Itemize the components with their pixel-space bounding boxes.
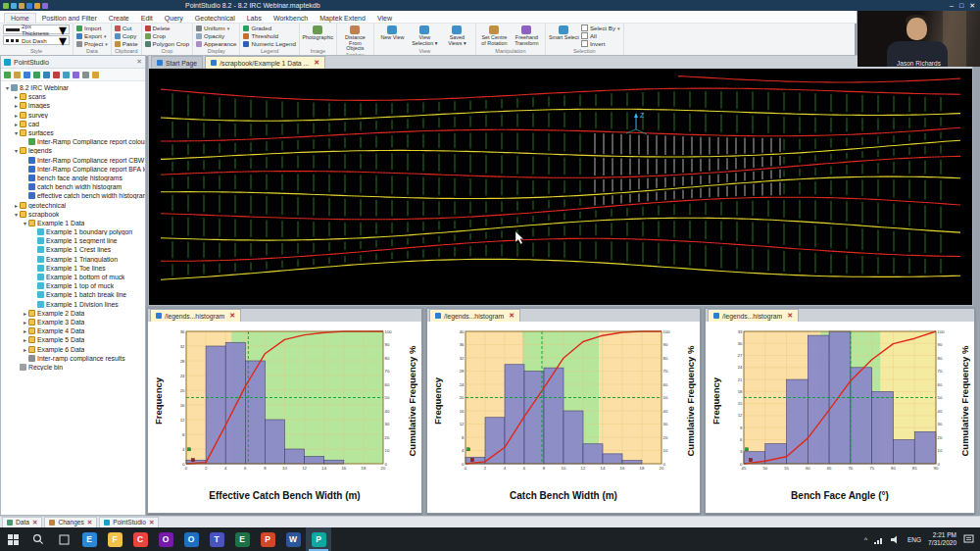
invert-option[interactable]: Invert (581, 40, 620, 47)
add-icon[interactable] (4, 72, 11, 78)
ribbon-tab-workbench[interactable]: Workbench (268, 14, 314, 23)
viewport-canvas[interactable]: Z (149, 69, 972, 305)
line-style-select[interactable]: Dot Dash▾ (3, 35, 70, 45)
delete-button[interactable]: Delete (145, 25, 190, 31)
tree-item[interactable]: Example 1 Toe lines (1, 264, 145, 273)
tree-item[interactable]: ▸images (1, 101, 145, 110)
paste-button[interactable]: Paste (115, 40, 138, 47)
tree-item[interactable]: ▸Example 4 Data (1, 326, 145, 335)
ribbon-tab-edit[interactable]: Edit (135, 14, 159, 23)
uniform-button[interactable]: Uniform▾ (196, 25, 236, 31)
tree-item[interactable]: ▸Example 5 Data (1, 335, 145, 344)
tree-expander[interactable]: ▸ (22, 327, 28, 334)
taskbar-icon-word[interactable]: W (280, 527, 306, 551)
maptek-logo-icon[interactable] (3, 3, 9, 9)
ribbon-tab-position-and-filter[interactable]: Position and Filter (36, 14, 103, 23)
histogram-tab[interactable]: /legends...histogram✕ (150, 309, 241, 322)
start-button[interactable] (0, 527, 25, 551)
view-selection-button[interactable]: View Selection ▾ (410, 25, 440, 46)
tree-expander[interactable]: ▸ (13, 202, 20, 209)
crop-button[interactable]: Crop (145, 32, 190, 39)
ribbon-tab-geotechnical[interactable]: Geotechnical (189, 14, 241, 23)
tree-item[interactable]: ▾legends (1, 146, 145, 155)
appearance-button[interactable]: Appearance (196, 40, 236, 47)
tree-item[interactable]: ▸Example 3 Data (1, 318, 145, 326)
threshold-button[interactable]: Threshold (243, 32, 295, 39)
taskbar-icon-teams[interactable]: T (204, 527, 229, 551)
tree-item[interactable]: Recycle bin (1, 363, 145, 372)
freehand-transform-button[interactable]: Freehand Transform (512, 25, 542, 46)
close-icon[interactable]: ✕ (509, 312, 514, 320)
tree-item[interactable]: Example 1 Crest lines (1, 245, 145, 254)
taskbar-icon-outlook[interactable]: O (178, 527, 204, 551)
import-icon[interactable] (33, 72, 40, 78)
save-icon[interactable] (24, 72, 30, 78)
tree-expander[interactable]: ▾ (13, 147, 20, 154)
tree-item[interactable]: Example 1 bottom of muck (1, 273, 145, 281)
viewport-tab-scrapbook-example-1-data[interactable]: /scrapbook/Example 1 Data ...✕ (205, 56, 325, 69)
cut-button[interactable]: Cut (115, 25, 138, 31)
ribbon-tab-labs[interactable]: Labs (241, 14, 268, 23)
tree-item[interactable]: ▸scans (1, 92, 145, 101)
help-icon[interactable] (92, 72, 99, 78)
graded-button[interactable]: Graded (243, 25, 295, 31)
tree-item[interactable]: ▸Example 6 Data (1, 344, 145, 353)
properties-icon[interactable] (82, 72, 89, 78)
project-button[interactable]: Project▾ (76, 40, 108, 47)
volume-icon[interactable] (891, 530, 901, 548)
close-icon[interactable]: ✕ (149, 519, 154, 526)
minimize-button[interactable]: – (950, 0, 954, 11)
tree-expander[interactable]: ▸ (22, 346, 28, 353)
tree-item[interactable]: ▾scrapbook (1, 210, 145, 219)
tree-item[interactable]: bench face angle histograms (1, 174, 145, 182)
tree-item[interactable]: effective catch bench width histogram (1, 191, 145, 200)
tree-expander[interactable]: ▸ (22, 336, 28, 343)
panel-tab-changes[interactable]: Changes✕ (44, 517, 97, 528)
refresh-icon[interactable] (63, 72, 70, 78)
tree-item[interactable]: Example 1 boundary polygon (1, 227, 145, 236)
tree-expander[interactable]: ▾ (13, 211, 20, 218)
ribbon-tab-create[interactable]: Create (103, 14, 135, 23)
smart-select-button[interactable]: Smart Select (549, 25, 579, 47)
tree-item[interactable]: Example 1 segment line (1, 236, 145, 245)
polygon-crop-button[interactable]: Polygon Crop (145, 40, 190, 47)
tree-item[interactable]: ▸survey (1, 111, 145, 120)
tree-item[interactable]: ▸cad (1, 120, 145, 128)
ribbon-tab-query[interactable]: Query (159, 14, 189, 23)
tree-item[interactable]: Example 1 Triangulation (1, 255, 145, 264)
opacity-button[interactable]: Opacity (196, 32, 236, 39)
ribbon-tab-view[interactable]: View (371, 14, 398, 23)
tree-item[interactable]: Inter-Ramp Compliance report CBW legend (1, 156, 145, 165)
tree-item[interactable]: ▾surfaces (1, 128, 145, 137)
ribbon-tab-maptek-extend[interactable]: Maptek Extend (314, 14, 371, 23)
network-icon[interactable] (874, 530, 884, 548)
taskbar-icon-folder[interactable]: F (102, 527, 127, 551)
action-center-icon[interactable] (963, 530, 974, 548)
tree-expander[interactable]: ▸ (13, 121, 20, 127)
maximize-button[interactable]: □ (959, 0, 963, 11)
tree-item[interactable]: Inter-Ramp Compliance report coloured su… (1, 137, 145, 146)
task-view-button[interactable] (51, 527, 76, 551)
tree-item[interactable]: Example 1 batch break line (1, 290, 145, 299)
histogram-tab[interactable]: /legends...histogram✕ (429, 309, 520, 322)
viewport-tab-start-page[interactable]: Start Page (151, 56, 203, 69)
tree-item[interactable]: ▾Example 1 Data (1, 219, 145, 227)
chevron-up-icon[interactable]: ^ (864, 536, 867, 543)
taskbar-icon-chrome[interactable]: C (127, 527, 153, 551)
panel-tab-data[interactable]: Data✕ (2, 517, 42, 528)
open-icon[interactable] (19, 3, 24, 9)
filter-icon[interactable] (73, 72, 79, 78)
redo-icon[interactable] (42, 3, 48, 9)
open-icon[interactable] (14, 72, 21, 78)
close-button[interactable]: ✕ (969, 0, 975, 11)
new-icon[interactable] (11, 3, 17, 9)
tree-item[interactable]: ▸geotechnical (1, 200, 145, 209)
copy-button[interactable]: Copy (115, 32, 138, 39)
numeric-legend-button[interactable]: Numeric Legend (243, 40, 295, 47)
tree-item[interactable]: Inter-ramp compliance results (1, 354, 145, 363)
histogram-tab[interactable]: /legends...histogram✕ (708, 309, 799, 322)
close-icon[interactable]: ✕ (87, 519, 92, 526)
panel-close-icon[interactable]: ✕ (136, 58, 142, 66)
tree-expander[interactable]: ▸ (22, 319, 28, 326)
distance-from-objects-button[interactable]: Distance From Objects (340, 25, 370, 52)
